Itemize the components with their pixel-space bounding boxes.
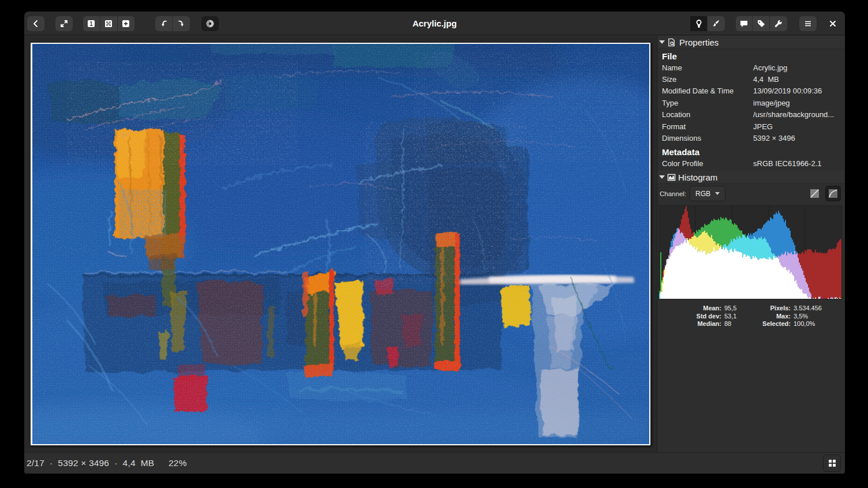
svg-text:1: 1: [90, 21, 93, 27]
